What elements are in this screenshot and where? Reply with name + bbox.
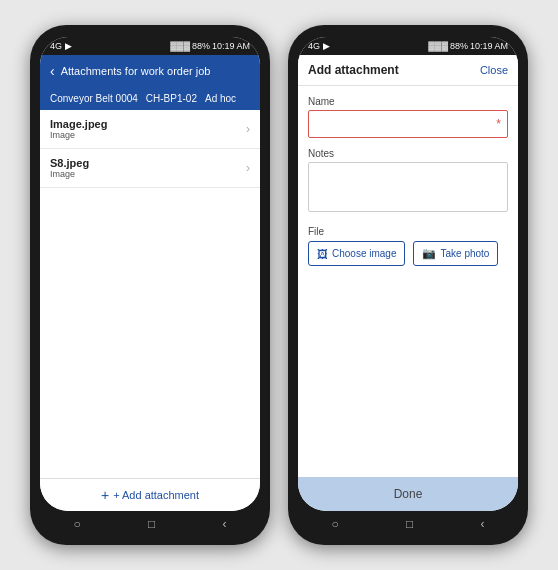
phone-2: 4G ▶ ▓▓▓ 88% 10:19 AM Add attachment Clo… (288, 25, 528, 545)
battery-text: 88% (192, 41, 210, 51)
list-item[interactable]: Image.jpeg Image › (40, 110, 260, 149)
file-buttons: 🖼 Choose image 📷 Take photo (308, 241, 508, 266)
done-bar: Done (298, 477, 518, 511)
name-field-group: Name * (308, 96, 508, 138)
item-name-0: Image.jpeg (50, 118, 107, 130)
time-text-2: 10:19 AM (470, 41, 508, 51)
take-photo-label: Take photo (440, 248, 489, 259)
back-nav-button-2[interactable]: ‹ (480, 517, 484, 531)
file-field-group: File 🖼 Choose image 📷 Take photo (308, 226, 508, 266)
phone-nav-2: ○ □ ‹ (298, 511, 518, 533)
item-type-0: Image (50, 130, 107, 140)
required-star: * (496, 117, 501, 131)
done-button[interactable]: Done (394, 487, 423, 501)
battery-text-2: 88% (450, 41, 468, 51)
home-button-2[interactable]: ○ (332, 517, 339, 531)
file-label: File (308, 226, 508, 237)
network-icon: 4G ▶ (50, 41, 72, 51)
take-photo-button[interactable]: 📷 Take photo (413, 241, 498, 266)
nav-bar-1: ‹ Attachments for work order job (40, 55, 260, 87)
type-label: Ad hoc (205, 93, 236, 104)
time-text: 10:19 AM (212, 41, 250, 51)
network-icon-2: 4G ▶ (308, 41, 330, 51)
phone-1: 4G ▶ ▓▓▓ 88% 10:19 AM ‹ Attachments for … (30, 25, 270, 545)
info-banner: Conveyor Belt 0004 CH-BP1-02 Ad hoc (40, 87, 260, 110)
choose-image-label: Choose image (332, 248, 396, 259)
bottom-bar-1: + + Add attachment (40, 478, 260, 511)
choose-image-button[interactable]: 🖼 Choose image (308, 241, 405, 266)
conveyor-label: Conveyor Belt 0004 (50, 93, 138, 104)
signal-icon: ▓▓▓ (170, 41, 190, 51)
chevron-icon-0: › (246, 122, 250, 136)
back-button[interactable]: ‹ (50, 63, 55, 79)
item-type-1: Image (50, 169, 89, 179)
camera-icon: 📷 (422, 247, 436, 260)
notes-field-group: Notes (308, 148, 508, 216)
attachment-list: Image.jpeg Image › S8.jpeg Image › (40, 110, 260, 478)
add-attachment-button[interactable]: + + Add attachment (101, 487, 199, 503)
image-icon: 🖼 (317, 248, 328, 260)
home-button[interactable]: ○ (74, 517, 81, 531)
signal-icon-2: ▓▓▓ (428, 41, 448, 51)
recents-button-2[interactable]: □ (406, 517, 413, 531)
name-input[interactable]: * (308, 110, 508, 138)
add-attachment-title: Add attachment (308, 63, 399, 77)
recents-button[interactable]: □ (148, 517, 155, 531)
name-label: Name (308, 96, 508, 107)
item-name-1: S8.jpeg (50, 157, 89, 169)
plus-icon: + (101, 487, 109, 503)
chevron-icon-1: › (246, 161, 250, 175)
status-bar-1: 4G ▶ ▓▓▓ 88% 10:19 AM (40, 37, 260, 55)
back-nav-button[interactable]: ‹ (222, 517, 226, 531)
code-label: CH-BP1-02 (146, 93, 197, 104)
form-area: Name * Notes File 🖼 Choose image (298, 86, 518, 477)
add-attachment-label: + Add attachment (113, 489, 199, 501)
notes-label: Notes (308, 148, 508, 159)
status-bar-2: 4G ▶ ▓▓▓ 88% 10:19 AM (298, 37, 518, 55)
nav-title: Attachments for work order job (61, 65, 250, 77)
phone-nav-1: ○ □ ‹ (40, 511, 260, 533)
notes-input[interactable] (308, 162, 508, 212)
list-item[interactable]: S8.jpeg Image › (40, 149, 260, 188)
close-button[interactable]: Close (480, 64, 508, 76)
add-attachment-header: Add attachment Close (298, 55, 518, 86)
